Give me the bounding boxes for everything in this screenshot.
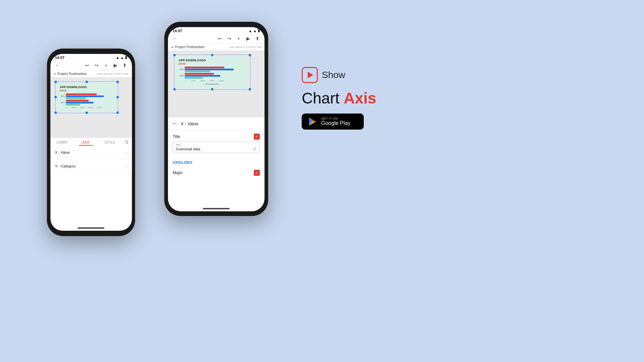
title-checkbox[interactable]: ✓	[254, 134, 260, 140]
left-phone: 14:07 ▲ ▲ ▮ ← ↩ ↪ + ▶ ⬆ ✏ Project Postmo…	[47, 49, 135, 236]
pencil-icon: ✏	[54, 72, 56, 76]
bar-blue-2	[66, 102, 93, 103]
play-triangle-icon	[308, 72, 313, 78]
bar-red-2	[66, 100, 89, 101]
battery-icon: ▮	[125, 55, 127, 60]
bar-row-2021: 2021	[60, 100, 113, 105]
right-chart-subtitle: DATA	[179, 62, 246, 65]
major-label: Major	[173, 170, 183, 175]
left-status-icons: ▲ ▲ ▮	[116, 55, 127, 60]
gridlines-label: GRIDLINES	[173, 161, 192, 164]
right-pencil-icon: ✏	[171, 46, 174, 49]
gplay-top-text: GET IT ON	[321, 117, 350, 120]
add-icon[interactable]: +	[103, 62, 109, 68]
right-handle-tl	[173, 54, 176, 56]
bar-row-2023: 2023	[60, 93, 113, 99]
left-doc-saved: Last saved at 12:02:07 AM	[97, 72, 128, 75]
axis-item-x[interactable]: X - Value ›	[50, 146, 132, 159]
axis-item-y[interactable]: Y - Category ›	[50, 159, 132, 173]
left-axis-list: X - Value › Y - Category ›	[50, 146, 132, 173]
major-toggle-row: Major ✓	[173, 170, 260, 176]
google-play-badge[interactable]: GET IT ON Google Play	[302, 114, 364, 130]
left-toolbar-actions: ↩ ↪ + ▶ ⬆	[84, 62, 128, 68]
right-doc-saved: Last saved at 12:00:07 AM	[229, 46, 261, 49]
right-redo-icon[interactable]: ↪	[226, 35, 232, 42]
bar-green-2	[66, 104, 80, 105]
left-canvas: APP DOWNLOADS DATA 2023 2021	[50, 77, 132, 138]
left-status-bar: 14:07 ▲ ▲ ▮	[50, 54, 132, 60]
right-bar-chart: 2023 2021	[179, 67, 246, 85]
right-back-icon[interactable]: ←	[172, 35, 178, 42]
title-input-row: Download data ✓	[176, 146, 257, 151]
tab-style[interactable]: STYLE	[98, 138, 122, 146]
left-chart-card[interactable]: APP DOWNLOADS DATA 2023 2021	[56, 83, 117, 112]
play-icon[interactable]: ▶	[112, 62, 118, 68]
chevron-right-x: ›	[125, 150, 127, 155]
handle-tm	[85, 81, 88, 83]
show-icon-box	[302, 67, 318, 83]
tab-chart[interactable]: CHART	[50, 138, 74, 146]
right-handle-bm	[211, 88, 214, 90]
handle-bm	[85, 112, 88, 114]
brand-headline: Chart Axis	[302, 90, 376, 107]
right-add-icon[interactable]: +	[236, 35, 242, 42]
handle-mr	[116, 96, 119, 98]
title-input-group[interactable]: Title Download data ✓	[173, 142, 260, 153]
google-play-icon	[308, 117, 317, 126]
bar-blue-1	[66, 95, 104, 97]
right-battery-icon: ▮	[258, 28, 260, 33]
right-bar-blue-2	[185, 75, 220, 77]
tab-axis[interactable]: AXIS	[74, 138, 98, 146]
major-checkbox[interactable]: ✓	[254, 170, 260, 176]
bar-green-1	[66, 97, 86, 99]
right-canvas: APP DOWNLOADS DATA 2023 2021	[168, 51, 265, 118]
title-label: Title	[173, 134, 180, 139]
right-bar-blue-1	[185, 69, 234, 70]
headline-part1: Chart	[302, 89, 344, 107]
title-toggle-row: Title ✓	[173, 134, 260, 140]
right-toolbar-actions: ↩ ↪ + ▶ ⬆	[217, 35, 260, 42]
gplay-text: GET IT ON Google Play	[321, 117, 350, 126]
left-home-indicator	[78, 227, 105, 229]
right-undo-icon[interactable]: ↩	[217, 35, 223, 42]
right-share-icon[interactable]: ⬆	[254, 35, 260, 42]
handle-tr	[116, 81, 119, 83]
sort-icon[interactable]: ⇅	[122, 138, 132, 146]
right-play-icon[interactable]: ▶	[245, 35, 251, 42]
back-icon[interactable]: ←	[54, 62, 60, 68]
right-signal-icon: ▲	[248, 29, 252, 33]
major-row-section: Major ✓	[168, 166, 265, 181]
undo-icon[interactable]: ↩	[84, 62, 90, 68]
show-text: Show	[322, 70, 345, 80]
right-handle-tm	[211, 54, 214, 56]
right-chart-title: APP DOWNLOADS	[179, 59, 246, 62]
right-status-icons: ▲ ▲ ▮	[248, 28, 260, 33]
right-doc-header: ✏ Project Postmortem Last saved at 12:00…	[168, 44, 265, 51]
share-icon[interactable]: ⬆	[122, 62, 128, 68]
left-doc-title: ✏ Project Postmortem	[54, 72, 87, 76]
right-chart-card[interactable]: APP DOWNLOADS DATA 2023 2021	[175, 56, 249, 88]
left-doc-header: ✏ Project Postmortem Last saved at 12:02…	[50, 71, 132, 77]
right-x-axis-labels: 0 10000 20000 30000 40000	[185, 80, 246, 82]
right-wifi-icon: ▲	[253, 29, 257, 33]
handle-ml	[54, 96, 57, 98]
x-axis-labels: 0 10000 20000 30000 40000	[66, 106, 113, 108]
title-input-check-icon: ✓	[253, 146, 257, 151]
right-handle-tr	[249, 54, 251, 56]
panel-back-button[interactable]: ←	[172, 120, 178, 127]
right-bar-green-2	[185, 77, 203, 79]
title-input-value: Download data	[176, 147, 200, 151]
right-doc-title: ✏ Project Postmortem	[171, 45, 204, 49]
panel-title: X - Value	[181, 121, 198, 126]
right-phone-screen: 14:07 ▲ ▲ ▮ ← ↩ ↪ + ▶ ⬆ ✏ Project Postmo…	[168, 27, 265, 211]
left-time: 14:07	[55, 56, 64, 60]
redo-icon[interactable]: ↪	[94, 62, 100, 68]
left-bar-chart: 2023 2021	[60, 93, 113, 108]
branding-section: Show Chart Axis GET IT ON Google Play	[302, 67, 376, 130]
left-phone-screen: 14:07 ▲ ▲ ▮ ← ↩ ↪ + ▶ ⬆ ✏ Project Postmo…	[50, 54, 132, 231]
panel-header: ← X - Value	[168, 118, 265, 130]
chevron-right-y: ›	[125, 163, 127, 169]
left-chart-subtitle: DATA	[60, 89, 113, 92]
gplay-bottom-text: Google Play	[321, 120, 350, 126]
left-chart-title: APP DOWNLOADS	[60, 85, 113, 89]
